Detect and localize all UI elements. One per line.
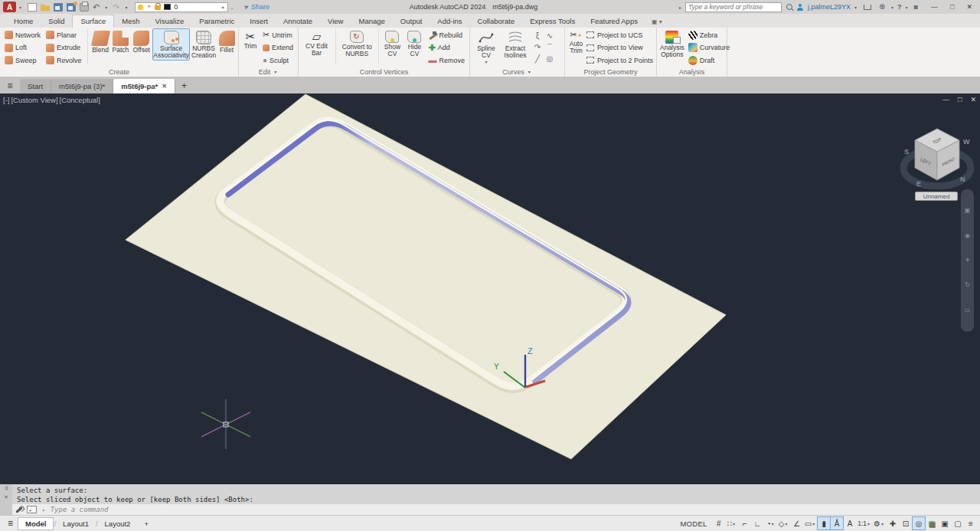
tab-home[interactable]: Home: [6, 15, 41, 28]
app-minimize-button[interactable]: —: [931, 3, 938, 11]
untrim-button[interactable]: ✂Untrim: [261, 29, 295, 41]
add-button[interactable]: ✚Add: [426, 42, 466, 54]
new-layout-button[interactable]: +: [137, 518, 155, 529]
convert-to-nurbs-button[interactable]: ↻ Convert to NURBS: [340, 29, 374, 58]
apps-dropdown-icon[interactable]: ▾: [891, 5, 893, 10]
save-as-icon[interactable]: [67, 3, 76, 11]
app-restore-button[interactable]: □: [950, 3, 954, 11]
file-tab-start[interactable]: Start: [20, 79, 51, 93]
extend-button[interactable]: Extend: [261, 42, 295, 54]
tab-express-tools[interactable]: Express Tools: [522, 15, 583, 28]
tab-featured-apps[interactable]: Featured Apps: [583, 15, 645, 28]
user-dropdown-icon[interactable]: ▾: [854, 5, 857, 10]
tab-parametric[interactable]: Parametric: [191, 15, 242, 28]
auto-trim-button[interactable]: ✂✦ Auto Trim: [568, 29, 584, 54]
graphics-performance-toggle[interactable]: ◎: [913, 517, 925, 529]
patch-button[interactable]: Patch: [112, 29, 129, 54]
layer-control[interactable]: ✦ 0 ▾: [135, 2, 228, 12]
autodesk-apps-icon[interactable]: ♼: [879, 3, 885, 11]
lineweight-toggle[interactable]: ▮: [818, 517, 830, 529]
tab-mesh[interactable]: Mesh: [114, 15, 147, 28]
help-icon[interactable]: ?: [897, 3, 902, 11]
spline-cv-button[interactable]: Spline CV▾: [473, 29, 499, 64]
trim-button[interactable]: ✂Trim: [242, 29, 259, 50]
sculpt-button[interactable]: ●Sculpt: [261, 54, 295, 66]
layer-color-swatch[interactable]: [164, 4, 171, 10]
app-store-icon[interactable]: [864, 5, 871, 10]
annotation-scale-control[interactable]: 1:1▾: [857, 517, 872, 529]
nav-more-icon[interactable]: ▭: [965, 307, 971, 313]
app-menu-dropdown-icon[interactable]: ▾: [19, 5, 21, 10]
grid-toggle[interactable]: #: [713, 517, 725, 529]
file-tab-m5t6j9-pa-3[interactable]: m5t6j9-pa (3)*: [51, 79, 113, 93]
offset-curve-icon[interactable]: ⌒: [546, 42, 554, 53]
layout-tab-model[interactable]: Model: [18, 517, 54, 530]
project-to-view-button[interactable]: Project to View: [586, 42, 653, 54]
tab-visualize[interactable]: Visualize: [147, 15, 191, 28]
ortho-toggle[interactable]: ∟: [752, 517, 764, 529]
sweep-button[interactable]: Sweep: [3, 54, 42, 66]
rebuild-button[interactable]: Rebuild: [426, 29, 466, 41]
extrude-button[interactable]: Extrude: [44, 42, 83, 54]
app-logo-icon[interactable]: A: [3, 2, 16, 12]
user-name[interactable]: j.palmeL29YX: [808, 3, 851, 11]
network-button[interactable]: Network: [3, 29, 42, 41]
viewport-view-control[interactable]: [Custom View]: [11, 96, 57, 104]
layout-menu-icon[interactable]: ≡: [8, 518, 13, 529]
tab-manage[interactable]: Manage: [351, 15, 392, 28]
command-input[interactable]: Type a command: [51, 506, 109, 513]
command-input-row[interactable]: ▸_ ▾ Type a command: [12, 504, 980, 515]
annotation-monitor-toggle[interactable]: ✚: [887, 517, 899, 529]
recent-commands-icon[interactable]: ▸_: [27, 506, 37, 513]
surface-associativity-button[interactable]: Surface Associativity: [153, 29, 189, 60]
navigation-bar[interactable]: ▣ ◉ ✛ ↻ ▭: [961, 189, 974, 332]
spline-freehand-icon[interactable]: ξ: [536, 31, 539, 40]
tab-collaborate[interactable]: Collaborate: [470, 15, 523, 28]
named-view-button[interactable]: Unnamed: [915, 192, 958, 201]
workspace-switching-control[interactable]: ⚙▾: [873, 517, 886, 529]
doc-minimize-button[interactable]: —: [942, 96, 949, 103]
search-icon[interactable]: [786, 4, 792, 10]
revolve-button[interactable]: Revolve: [44, 54, 83, 66]
polar-tracking-toggle[interactable]: ◔▾: [765, 517, 777, 529]
project-to-ucs-button[interactable]: Project to UCS: [586, 29, 653, 41]
command-grip-icon[interactable]: ⠿: [5, 486, 8, 492]
show-cv-button[interactable]: Show CV: [382, 29, 402, 58]
redo-icon[interactable]: ↷: [113, 3, 119, 11]
save-icon[interactable]: [54, 3, 63, 11]
nav-orbit-icon[interactable]: ↻: [965, 282, 970, 288]
nurbs-creation-button[interactable]: NURBS Creation: [191, 29, 216, 60]
app-close-button[interactable]: ✕: [966, 3, 972, 11]
customize-wrench-icon[interactable]: [15, 506, 23, 513]
viewport-minimize-control[interactable]: [-]: [3, 96, 9, 104]
tab-solid[interactable]: Solid: [41, 15, 72, 28]
search-caret-icon[interactable]: ▸: [679, 5, 681, 10]
project-to-2-points-button[interactable]: Project to 2 Points: [586, 54, 653, 66]
viewcube[interactable]: S E N W TOP LEFT FRONT: [903, 129, 971, 188]
new-file-icon[interactable]: [28, 3, 37, 11]
object-snap-toggle[interactable]: ▭▾: [804, 517, 817, 529]
spline-fit-icon[interactable]: ∿: [547, 31, 553, 40]
nav-fullnav-icon[interactable]: ▣: [965, 208, 971, 214]
viewport-visual-style-control[interactable]: [Conceptual]: [60, 96, 100, 104]
cv-edit-bar-button[interactable]: ▱CV Edit Bar: [302, 29, 332, 57]
ribbon-display-toggle-icon[interactable]: ▣ ▾: [652, 18, 662, 28]
panel-label-curves[interactable]: Curves▾: [470, 67, 564, 77]
model-space-indicator[interactable]: MODEL: [680, 520, 707, 528]
file-tab-close-icon[interactable]: ✕: [162, 83, 167, 90]
layout-tab-layout1[interactable]: Layout1: [56, 518, 96, 529]
planar-button[interactable]: Planar: [44, 29, 83, 41]
isolate-objects-toggle[interactable]: ⊡: [900, 517, 912, 529]
customization-menu[interactable]: ≡: [965, 517, 977, 529]
nav-zoom-icon[interactable]: ✛: [965, 257, 970, 264]
new-drawing-tab-button[interactable]: +: [175, 77, 193, 93]
snap-toggle[interactable]: ∷▾: [726, 517, 738, 529]
recent-commands-dropdown-icon[interactable]: ▾: [42, 507, 45, 513]
command-dock-handle[interactable]: ⠿ ✕: [0, 484, 12, 515]
feedback-icon[interactable]: ◙: [914, 3, 918, 11]
blend-button[interactable]: Blend: [91, 29, 109, 54]
panel-label-create[interactable]: Create: [0, 67, 238, 77]
undo-icon[interactable]: ↶: [93, 3, 100, 11]
drawing-viewport[interactable]: [-] [Custom View] [Conceptual] — □ ✕: [0, 93, 980, 484]
zebra-button[interactable]: Zebra: [687, 29, 732, 41]
